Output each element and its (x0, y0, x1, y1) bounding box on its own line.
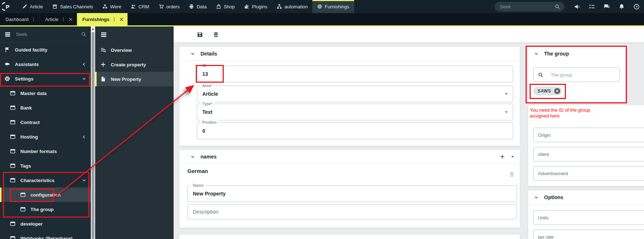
nav-item-overview[interactable]: Overview (95, 43, 174, 57)
window-icon (20, 206, 26, 212)
tab-furnishings[interactable]: Furnishings (77, 13, 128, 25)
details-header[interactable]: Details (179, 47, 520, 61)
global-search[interactable] (495, 2, 564, 12)
topnav-furnishings[interactable]: Furnishings (312, 0, 354, 13)
sidebar-item-webhooks[interactable]: Webhooks (Betaphase) (0, 231, 91, 239)
sidebar-item-number-formats[interactable]: Number formats (0, 144, 91, 158)
search-icon (555, 4, 560, 9)
tab-article[interactable]: Article (40, 13, 77, 25)
tab-menu-icon[interactable] (31, 17, 36, 22)
group-header[interactable]: The group (528, 47, 625, 61)
global-search-input[interactable] (499, 4, 555, 10)
sidebar-item-contract[interactable]: Contract (0, 115, 91, 129)
window-icon (20, 192, 26, 198)
file-icon (100, 76, 106, 82)
client-field[interactable]: client (533, 147, 644, 161)
flag-icon (4, 47, 10, 53)
help-icon[interactable] (633, 4, 640, 10)
topnav-article[interactable]: Article (17, 0, 48, 13)
chat-icon[interactable] (604, 4, 610, 10)
dropdown-caret-icon[interactable] (504, 110, 509, 114)
sidebar-search[interactable] (0, 26, 91, 42)
tab-dashboard[interactable]: Dashboard (0, 13, 40, 25)
add-name-icon[interactable] (500, 154, 505, 159)
window-icon (10, 148, 16, 154)
bag-icon (216, 4, 221, 9)
pencil-icon (22, 4, 27, 9)
sidebar-item-tags[interactable]: Tags (0, 158, 91, 173)
tax-rate-field[interactable]: tax rate (533, 230, 644, 239)
top-bar: P Article Sales Channels Were CRM orders… (0, 0, 644, 13)
caret-down-icon[interactable] (510, 154, 515, 159)
bell-icon[interactable] (619, 4, 625, 10)
chevron-down-icon[interactable] (534, 51, 539, 56)
sidebar-search-input[interactable] (15, 31, 77, 37)
megaphone-icon[interactable] (574, 4, 580, 10)
chevron-down-icon (82, 77, 86, 81)
close-icon[interactable] (119, 17, 124, 22)
scrollbar-up-arrow[interactable] (92, 28, 94, 30)
dropdown-caret-icon[interactable] (504, 92, 509, 96)
topnav-orders[interactable]: orders (154, 0, 185, 13)
delete-name-icon[interactable] (509, 172, 515, 177)
sidebar-item-master-data[interactable]: Master data (0, 86, 91, 100)
origin-field[interactable]: Origin (533, 128, 644, 142)
delete-icon[interactable] (213, 32, 219, 38)
scrollbar-thumb[interactable] (92, 32, 94, 239)
tab-menu-icon[interactable] (112, 17, 117, 22)
position-field[interactable]: Position 0 (197, 122, 513, 139)
sidebar-item-characteristics[interactable]: Characteristics (0, 173, 91, 188)
group-search[interactable] (533, 67, 620, 82)
topnav-were[interactable]: Were (98, 0, 126, 13)
sidebar-item-the-group[interactable]: The group (0, 202, 91, 217)
nav-item-create-property[interactable]: Create property (95, 57, 174, 72)
sidebar-item-developer[interactable]: developer (0, 217, 91, 231)
chevron-down-icon[interactable] (190, 51, 195, 56)
sidebar-item-assistants[interactable]: Assistants (0, 57, 91, 71)
advertisement-field[interactable]: Advertisement (533, 166, 644, 181)
sidebar-item-settings[interactable]: Settings (0, 71, 91, 86)
id-field[interactable]: ID 13 (197, 66, 513, 82)
name-field[interactable]: Name New Property (187, 185, 517, 202)
app-logo[interactable]: P (0, 0, 17, 13)
topnav-crm[interactable]: CRM (126, 0, 154, 13)
chevron-left-icon (82, 135, 86, 139)
menu-icon[interactable] (100, 31, 107, 38)
nav-item-new-property[interactable]: New Property (95, 72, 174, 86)
printer-icon (189, 4, 194, 9)
section-title: Options (544, 194, 563, 200)
menu-icon[interactable] (4, 31, 11, 38)
topnav-data[interactable]: Data (184, 0, 211, 13)
topnav-shop[interactable]: Shop (211, 0, 239, 13)
topnav-automation[interactable]: automation (272, 0, 312, 13)
names-header[interactable]: names (179, 150, 520, 164)
module-nav-panel: Overview Create property New Property (95, 26, 174, 239)
chevron-down-icon[interactable] (190, 154, 195, 159)
area-select[interactable]: Area* Article (197, 86, 513, 102)
close-icon[interactable] (68, 17, 73, 22)
sidebar-item-guided-facility[interactable]: Guided facility (0, 42, 91, 57)
options-header[interactable]: Options (528, 190, 644, 205)
chip-remove-icon[interactable] (554, 88, 560, 94)
sidebar-scrollbar[interactable] (91, 26, 95, 239)
topbar-actions (570, 0, 644, 13)
search-icon[interactable] (81, 32, 86, 37)
sidebar: Guided facility Assistants Settings Mast… (0, 26, 91, 239)
units-field[interactable]: Units (533, 210, 644, 225)
topnav-sales-channels[interactable]: Sales Channels (48, 0, 98, 13)
sidebar-item-hosting[interactable]: Hosting (0, 129, 91, 144)
tab-menu-icon[interactable] (61, 17, 66, 22)
group-search-input[interactable] (550, 72, 616, 78)
topnav-plugins[interactable]: Plugins (239, 0, 272, 13)
chevron-down-icon[interactable] (534, 195, 539, 200)
save-icon[interactable] (197, 32, 203, 38)
gear-icon (317, 4, 322, 9)
plus-icon (100, 62, 106, 67)
description-field[interactable]: Description (187, 204, 517, 219)
sidebar-item-configuration[interactable]: configuration (0, 188, 91, 202)
annotation-note: You need the ID of the group assigned he… (530, 107, 590, 119)
sidebar-item-bank[interactable]: Bank (0, 100, 91, 115)
group-chip-saws[interactable]: SAWS (533, 87, 562, 95)
checklist-icon[interactable] (589, 4, 595, 10)
type-select[interactable]: Type* Text (197, 104, 513, 120)
